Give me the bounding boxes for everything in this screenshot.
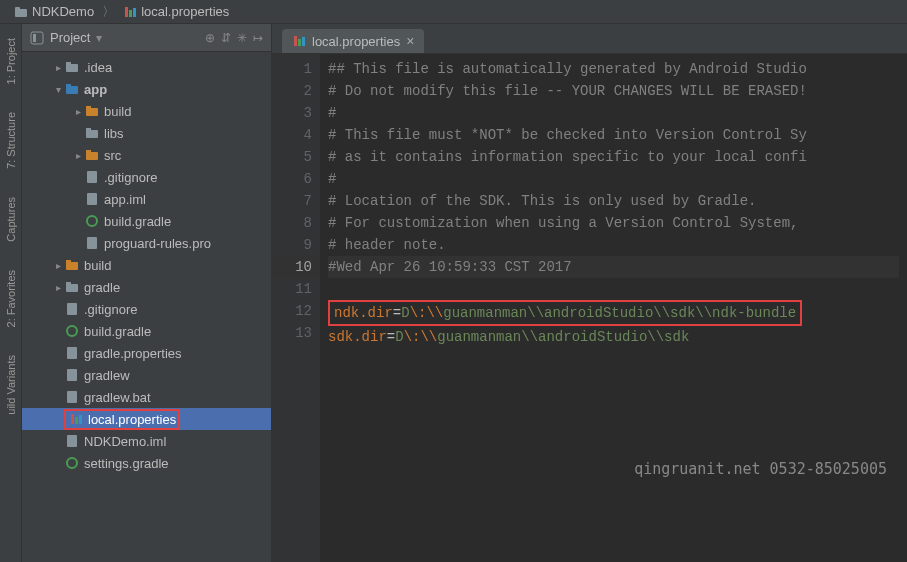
code-area[interactable]: 12345678910111213 ## This file is automa… [272, 54, 907, 562]
code-body[interactable]: ## This file is automatically generated … [320, 54, 907, 562]
tree-item-gradle-props[interactable]: gradle.properties [22, 342, 271, 364]
svg-rect-12 [86, 108, 98, 116]
svg-rect-15 [86, 128, 91, 131]
gutter: 12345678910111213 [272, 54, 320, 562]
tree-item-ndkdemo-iml[interactable]: NDKDemo.iml [22, 430, 271, 452]
svg-rect-32 [75, 417, 78, 424]
tree-item-build[interactable]: ▸build [22, 254, 271, 276]
project-tree[interactable]: ▸.idea ▾app ▸build libs ▸src .gitignore … [22, 52, 271, 562]
svg-point-27 [67, 326, 77, 336]
tab-label: local.properties [312, 34, 400, 49]
svg-rect-9 [66, 62, 71, 65]
project-view-icon [30, 31, 44, 45]
svg-rect-0 [15, 9, 27, 17]
tree-item-local-props[interactable]: local.properties [22, 408, 271, 430]
svg-point-20 [87, 216, 97, 226]
svg-rect-37 [298, 39, 301, 46]
tool-build-variants[interactable]: uild Variants [5, 349, 17, 421]
dropdown-icon[interactable]: ▾ [96, 31, 102, 45]
tree-item-build-gradle[interactable]: build.gradle [22, 320, 271, 342]
svg-rect-25 [66, 282, 71, 285]
gear-icon[interactable]: ✳ [237, 31, 247, 45]
tree-item-app[interactable]: ▾app [22, 78, 271, 100]
tool-structure[interactable]: 7: Structure [5, 106, 17, 175]
svg-rect-21 [87, 237, 97, 249]
svg-rect-13 [86, 106, 91, 109]
svg-rect-7 [33, 34, 36, 42]
tree-item-gradlew-bat[interactable]: gradlew.bat [22, 386, 271, 408]
tool-project[interactable]: 1: Project [5, 32, 17, 90]
project-panel-header: Project ▾ ⊕ ⇵ ✳ ↦ [22, 24, 271, 52]
tool-favorites[interactable]: 2: Favorites [5, 264, 17, 333]
project-panel: Project ▾ ⊕ ⇵ ✳ ↦ ▸.idea ▾app ▸build lib… [22, 24, 272, 562]
editor-area: local.properties × 12345678910111213 ## … [272, 24, 907, 562]
svg-rect-28 [67, 347, 77, 359]
crumb-root-label: NDKDemo [32, 4, 94, 19]
breadcrumb: NDKDemo 〉 local.properties [0, 0, 907, 24]
left-tool-bar: 1: Project 7: Structure Captures 2: Favo… [0, 24, 22, 562]
tree-item-build-gradle-app[interactable]: build.gradle [22, 210, 271, 232]
svg-rect-23 [66, 260, 71, 263]
svg-rect-19 [87, 193, 97, 205]
svg-rect-17 [86, 150, 91, 153]
svg-rect-36 [294, 36, 297, 46]
tree-item-app-iml[interactable]: app.iml [22, 188, 271, 210]
tree-item-idea[interactable]: ▸.idea [22, 56, 271, 78]
tree-item-app-build[interactable]: ▸build [22, 100, 271, 122]
svg-rect-14 [86, 130, 98, 138]
svg-rect-3 [125, 7, 128, 17]
svg-rect-11 [66, 84, 71, 87]
crumb-file-label: local.properties [141, 4, 229, 19]
svg-rect-18 [87, 171, 97, 183]
svg-rect-29 [67, 369, 77, 381]
tree-item-gitignore-app[interactable]: .gitignore [22, 166, 271, 188]
props-icon [292, 34, 306, 48]
svg-rect-5 [133, 8, 136, 17]
svg-rect-30 [67, 391, 77, 403]
editor-tabs: local.properties × [272, 24, 907, 54]
svg-rect-6 [31, 32, 43, 44]
watermark: qingruanit.net 0532-85025005 [634, 460, 887, 478]
tree-item-proguard[interactable]: proguard-rules.pro [22, 232, 271, 254]
svg-rect-38 [302, 37, 305, 46]
svg-rect-4 [129, 10, 132, 17]
svg-rect-16 [86, 152, 98, 160]
tab-local-properties[interactable]: local.properties × [282, 29, 424, 53]
hide-icon[interactable]: ↦ [253, 31, 263, 45]
svg-point-35 [67, 458, 77, 468]
svg-rect-26 [67, 303, 77, 315]
svg-rect-24 [66, 284, 78, 292]
project-panel-title: Project [50, 30, 90, 45]
crumb-file[interactable]: local.properties [117, 4, 235, 19]
folder-icon [14, 5, 28, 19]
chevron-right-icon: 〉 [102, 3, 115, 21]
svg-rect-1 [15, 7, 20, 10]
tree-item-gitignore[interactable]: .gitignore [22, 298, 271, 320]
svg-rect-10 [66, 86, 78, 94]
crumb-root[interactable]: NDKDemo [8, 4, 100, 19]
target-icon[interactable]: ⊕ [205, 31, 215, 45]
tree-item-libs[interactable]: libs [22, 122, 271, 144]
tree-item-gradle[interactable]: ▸gradle [22, 276, 271, 298]
close-icon[interactable]: × [406, 33, 414, 49]
svg-rect-34 [67, 435, 77, 447]
highlight-ndk-line: ndk.dir=D\:\\guanmanman\\androidStudio\\… [328, 300, 802, 326]
collapse-icon[interactable]: ⇵ [221, 31, 231, 45]
svg-rect-8 [66, 64, 78, 72]
tree-item-settings-gradle[interactable]: settings.gradle [22, 452, 271, 474]
svg-rect-22 [66, 262, 78, 270]
tool-captures[interactable]: Captures [5, 191, 17, 248]
svg-rect-31 [71, 414, 74, 424]
props-icon [123, 5, 137, 19]
tree-item-gradlew[interactable]: gradlew [22, 364, 271, 386]
tree-item-src[interactable]: ▸src [22, 144, 271, 166]
svg-rect-33 [79, 415, 82, 424]
